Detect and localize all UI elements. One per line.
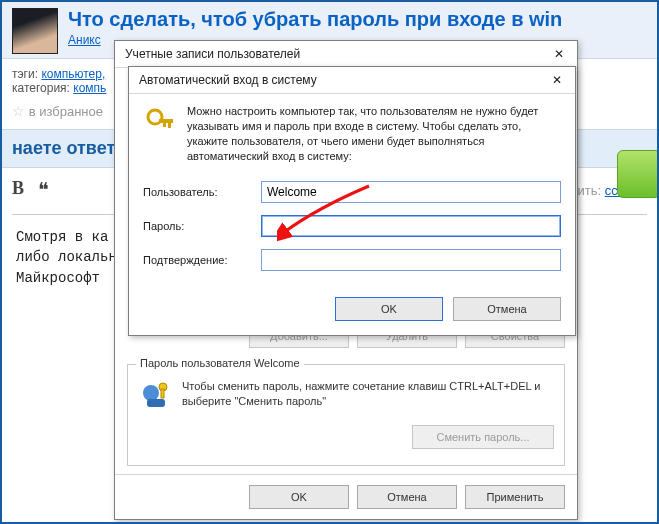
page-background: Что сделать, чтоб убрать пароль при вход… (2, 2, 657, 522)
password-input[interactable] (261, 215, 561, 237)
password-hint-text: Чтобы сменить пароль, нажмите сочетание … (182, 379, 554, 409)
author-link[interactable]: Аникс (68, 33, 101, 47)
auto-logon-dialog: Автоматический вход в систему ✕ Можно на… (128, 66, 576, 336)
svg-rect-1 (147, 399, 165, 407)
close-icon[interactable]: ✕ (543, 70, 571, 90)
quote-button[interactable]: ❝ (38, 178, 49, 202)
user-input[interactable] (261, 181, 561, 203)
avatar[interactable] (12, 8, 58, 54)
confirm-input[interactable] (261, 249, 561, 271)
svg-rect-6 (168, 123, 171, 128)
ua-titlebar[interactable]: Учетные записи пользователей ✕ (115, 41, 577, 68)
bold-button[interactable]: B (12, 178, 24, 202)
svg-point-0 (143, 385, 159, 401)
al-titlebar[interactable]: Автоматический вход в систему ✕ (129, 67, 575, 94)
category-link[interactable]: компь (73, 81, 106, 95)
ua-apply-button[interactable]: Применить (465, 485, 565, 509)
ua-button-row: OK Отмена Применить (115, 474, 577, 519)
tags-label: тэги: (12, 67, 41, 81)
vote-badge[interactable] (617, 150, 659, 198)
al-cancel-button[interactable]: Отмена (453, 297, 561, 321)
user-label: Пользователь: (143, 186, 253, 198)
user-row: Пользователь: (143, 181, 561, 203)
tag-link-computer[interactable]: компьютер, (41, 67, 105, 81)
favorite-label: в избранное (29, 104, 103, 119)
svg-rect-5 (159, 119, 173, 123)
groupbox-legend: Пароль пользователя Welcome (136, 357, 304, 369)
svg-rect-7 (163, 123, 166, 127)
ua-cancel-button[interactable]: Отмена (357, 485, 457, 509)
confirm-label: Подтверждение: (143, 254, 253, 266)
close-icon[interactable]: ✕ (545, 44, 573, 64)
confirm-row: Подтверждение: (143, 249, 561, 271)
password-groupbox: Пароль пользователя Welcome Чтобы сменит… (127, 364, 565, 466)
key-icon (143, 104, 177, 138)
change-password-button[interactable]: Сменить пароль... (412, 425, 554, 449)
ua-title: Учетные записи пользователей (125, 47, 300, 61)
user-key-icon (138, 377, 172, 411)
password-row: Пароль: (143, 215, 561, 237)
al-description: Можно настроить компьютер так, что польз… (187, 104, 561, 163)
star-icon: ☆ (12, 103, 25, 119)
al-ok-button[interactable]: OK (335, 297, 443, 321)
ua-ok-button[interactable]: OK (249, 485, 349, 509)
svg-rect-3 (161, 389, 164, 398)
category-label: категория: (12, 81, 73, 95)
password-label: Пароль: (143, 220, 253, 232)
question-title[interactable]: Что сделать, чтоб убрать пароль при вход… (68, 8, 562, 31)
al-title: Автоматический вход в систему (139, 73, 317, 87)
